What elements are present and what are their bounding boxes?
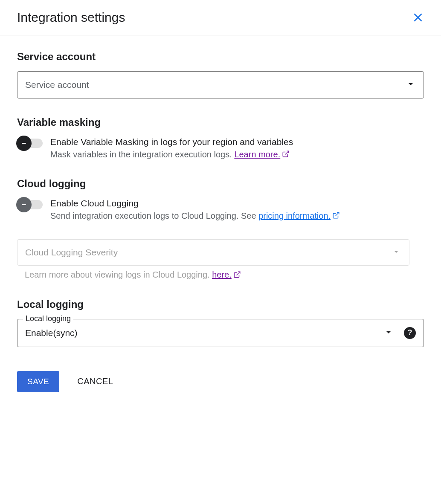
help-icon[interactable]: ? [404,327,416,339]
service-account-title: Service account [17,51,424,63]
cloud-logging-severity-dropdown[interactable]: Cloud Logging Severity [17,239,409,266]
cloud-logging-toggle[interactable] [17,200,43,209]
toggle-knob-icon [16,136,32,151]
chevron-down-icon [406,79,416,91]
dialog-header: Integration settings [0,0,441,35]
chevron-down-icon [391,246,401,258]
variable-masking-desc: Mask variables in the integration execut… [50,150,424,160]
dialog-footer: SAVE CANCEL [17,371,424,392]
svg-line-6 [236,272,240,275]
cloud-logging-row: Enable Cloud Logging Send integration ex… [17,198,424,221]
variable-masking-toggle[interactable] [17,139,43,148]
cloud-logging-title: Cloud logging [17,178,424,190]
close-icon [412,12,424,23]
cloud-logging-label: Enable Cloud Logging [50,198,424,209]
cloud-logging-helper: Learn more about viewing logs in Cloud L… [17,270,409,280]
cloud-logging-here-link[interactable]: here. [212,270,232,279]
variable-masking-title: Variable masking [17,116,424,128]
svg-line-3 [285,151,289,154]
chevron-down-icon [383,327,394,339]
variable-masking-label: Enable Variable Masking in logs for your… [50,137,424,147]
service-account-dropdown[interactable]: Service account [17,71,424,98]
local-logging-field: Local logging Enable(sync) ? [17,319,424,347]
dialog-title: Integration settings [17,10,125,25]
external-link-icon [282,150,290,160]
external-link-icon [233,271,241,281]
service-account-placeholder: Service account [25,80,89,90]
local-logging-title: Local logging [17,298,424,310]
toggle-knob-icon [16,197,32,212]
svg-line-5 [336,213,339,216]
local-logging-field-label: Local logging [23,314,73,323]
pricing-information-link[interactable]: pricing information. [258,211,331,220]
variable-masking-learn-more-link[interactable]: Learn more. [234,150,280,159]
cloud-logging-desc: Send integration execution logs to Cloud… [50,211,424,221]
save-button[interactable]: SAVE [17,371,59,392]
local-logging-dropdown[interactable]: Enable(sync) ? [17,319,424,347]
variable-masking-row: Enable Variable Masking in logs for your… [17,137,424,160]
cloud-logging-severity-placeholder: Cloud Logging Severity [25,247,118,258]
external-link-icon [332,211,340,221]
dialog-content: Service account Service account Variable… [0,35,441,408]
cancel-button[interactable]: CANCEL [77,377,113,386]
local-logging-value: Enable(sync) [25,328,383,338]
close-button[interactable] [412,12,424,23]
